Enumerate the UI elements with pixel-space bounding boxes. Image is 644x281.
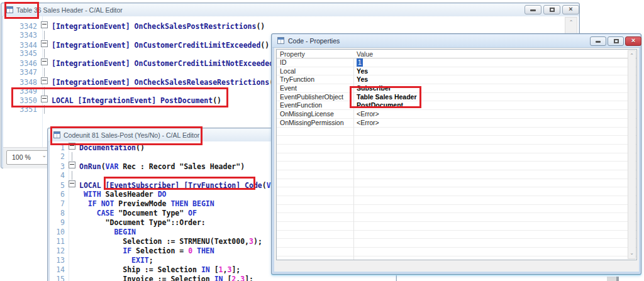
properties-grid: Property Value ID1LocalYesTryFunctionYes… (276, 49, 637, 260)
property-row-empty[interactable] (277, 248, 636, 256)
line-number: 3348 (3, 78, 37, 87)
line-number: 7 (50, 199, 65, 209)
code-text: [IntegrationEvent] OnCustomerCreditLimit… (52, 59, 282, 68)
fold-continuation-line (44, 31, 45, 40)
window1-maximize-button[interactable] (543, 5, 560, 14)
property-row-empty[interactable] (277, 187, 636, 196)
properties-title: Code - Properties (288, 37, 340, 45)
properties-rows: ID1LocalYesTryFunctionYesEventSubscriber… (277, 58, 636, 260)
code-line[interactable]: 3342[IntegrationEvent] OnCheckSalesPostR… (3, 21, 579, 31)
fold-continuation-line (72, 152, 72, 161)
code-text: EXIT; (79, 256, 153, 265)
property-row-local[interactable]: LocalYes (277, 67, 636, 76)
line-number: 14 (50, 265, 65, 275)
property-row-event[interactable]: EventSubscriber (277, 84, 636, 93)
property-row-empty[interactable] (277, 145, 636, 153)
line-number: 15 (50, 275, 65, 281)
editor-zoom-select[interactable]: 100 % ⌄ (6, 150, 50, 165)
selected-value: 1 (357, 58, 363, 67)
code-text: [IntegrationEvent] OnCustomerCreditLimit… (52, 41, 269, 50)
annotation-box-window1-title (4, 2, 39, 19)
fold-collapse-icon[interactable] (41, 77, 48, 84)
code-line[interactable]: 15 Invoice := Selection IN [2,3]; (50, 275, 396, 281)
annotation-box-eventsubscriber-line (104, 177, 255, 190)
properties-system-icon[interactable] (277, 37, 284, 44)
property-name: Local (280, 67, 296, 75)
code-text: IF NOT PreviewMode THEN BEGIN (79, 199, 214, 208)
property-row-empty[interactable] (277, 162, 636, 170)
properties-close-button[interactable]: × (625, 36, 641, 46)
window1-titlebar[interactable]: Table 36 Sales Header - C/AL Editor × (2, 4, 579, 17)
scroll-up-icon[interactable]: ⌃ (628, 52, 635, 60)
property-row-empty[interactable] (277, 153, 636, 162)
property-row-eventpublisherobject[interactable]: EventPublisherObjectTable Sales Header (277, 93, 636, 102)
property-row-eventfunction[interactable]: EventFunctionPostDocument (277, 101, 636, 110)
code-text: [IntegrationEvent] OnCheckSalesReleaseRe… (52, 78, 278, 87)
cal-editor-workspace: Table 36 Sales Header - C/AL Editor × ⌃ … (0, 0, 644, 281)
property-row-empty[interactable] (277, 205, 636, 214)
property-row-empty[interactable] (277, 231, 636, 240)
code-text: Ship := Selection IN [1,3]; (79, 265, 240, 274)
properties-titlebar[interactable]: Code - Properties × (272, 35, 640, 48)
minimize-icon (596, 41, 601, 43)
property-row-onmissingpermission[interactable]: OnMissingPermission<Error> (277, 119, 636, 128)
properties-minimize-button[interactable] (590, 36, 606, 46)
line-number: 3345 (3, 49, 37, 58)
close-icon: × (563, 5, 579, 13)
line-number: 5 (50, 181, 65, 190)
annotation-box-window2-title (50, 126, 203, 145)
property-name: OnMissingPermission (280, 119, 344, 127)
fold-collapse-icon[interactable] (41, 40, 48, 47)
property-row-empty[interactable] (277, 170, 636, 179)
line-number: 8 (50, 209, 65, 218)
line-number: 2 (50, 152, 65, 162)
properties-grid-header: Property Value (277, 50, 636, 58)
property-row-id[interactable]: ID1 (277, 58, 636, 67)
properties-vertical-scrollbar[interactable]: ⌃ ⌄ (628, 50, 636, 259)
property-name: OnMissingLicense (280, 110, 334, 118)
fold-collapse-icon[interactable] (69, 180, 75, 187)
line-number: 9 (50, 218, 65, 228)
property-row-empty[interactable] (277, 239, 636, 248)
background-window-fragment (607, 277, 619, 281)
line-number: 3347 (3, 68, 37, 77)
fold-collapse-icon[interactable] (69, 162, 75, 168)
line-number: 3 (50, 162, 65, 172)
fold-collapse-icon[interactable] (41, 58, 48, 65)
property-name: TryFunction (280, 75, 314, 84)
property-value[interactable]: <Error> (357, 119, 379, 127)
property-row-empty[interactable] (277, 128, 636, 136)
property-value[interactable]: Yes (357, 67, 368, 75)
code-text: OnRun(VAR Rec : Record "Sales Header") (79, 162, 245, 171)
property-row-empty[interactable] (277, 213, 636, 222)
code-text: WITH SalesHeader DO (79, 190, 167, 199)
maximize-icon (550, 8, 555, 12)
property-row-tryfunction[interactable]: TryFunctionYes (277, 75, 636, 84)
property-row-empty[interactable] (277, 256, 636, 260)
line-number: 3343 (3, 31, 37, 40)
properties-client-area: Property Value ID1LocalYesTryFunctionYes… (274, 48, 639, 272)
property-value[interactable]: <Error> (357, 110, 379, 118)
annotation-box-property-values (350, 86, 421, 108)
annotation-box-postdocument-line (11, 87, 228, 107)
property-row-empty[interactable] (277, 222, 636, 231)
column-header-property: Property (280, 50, 305, 58)
fold-collapse-icon[interactable] (41, 21, 48, 28)
line-number: 4 (50, 171, 65, 180)
scroll-down-icon[interactable]: ⌄ (628, 249, 635, 258)
column-header-value: Value (357, 50, 373, 58)
line-number: 10 (50, 228, 65, 237)
property-value[interactable]: Yes (357, 75, 368, 84)
properties-maximize-button[interactable] (608, 36, 624, 46)
property-row-empty[interactable] (277, 136, 636, 145)
line-number: 3342 (3, 22, 37, 31)
code-text: "Document Type"::Order: (79, 218, 206, 227)
line-number: 13 (50, 256, 65, 265)
window1-close-button[interactable]: × (562, 5, 579, 14)
code-text: Selection := STRMENU(Text000,3); (79, 237, 262, 246)
property-row-empty[interactable] (277, 196, 636, 205)
property-row-empty[interactable] (277, 179, 636, 188)
fold-continuation-line (44, 49, 45, 58)
window1-minimize-button[interactable] (525, 5, 541, 14)
property-row-onmissinglicense[interactable]: OnMissingLicense<Error> (277, 110, 636, 119)
